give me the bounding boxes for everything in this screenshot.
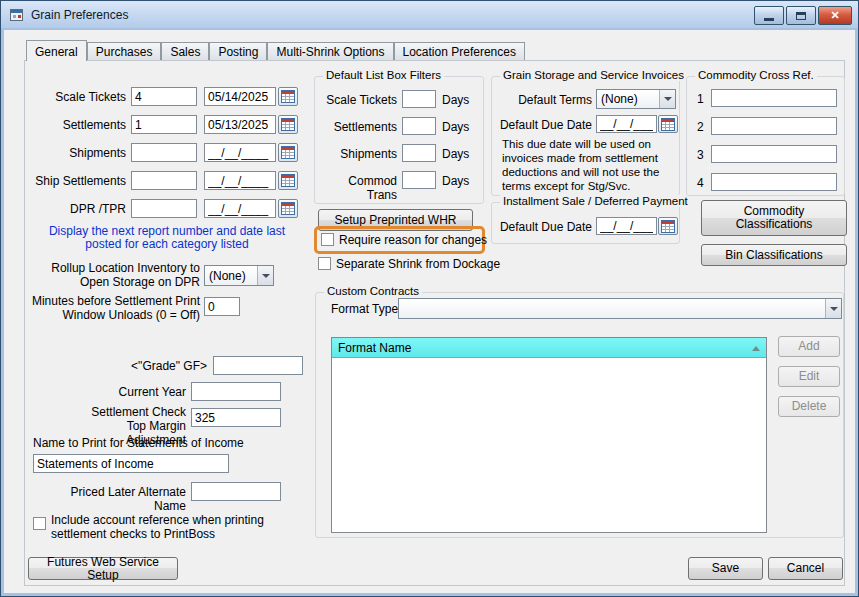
dpr-tpr-number-input[interactable] — [131, 199, 197, 218]
default-list-box-filters-title: Default List Box Filters — [323, 69, 444, 81]
printboss-checkbox-label: Include account reference when printing … — [51, 513, 289, 541]
report-number-info-link[interactable]: Display the next report number and date … — [34, 225, 300, 251]
grain-storage-invoices-title: Grain Storage and Service Invoices — [500, 69, 687, 81]
chevron-down-icon — [659, 90, 675, 108]
bin-classifications-button[interactable]: Bin Classifications — [701, 244, 847, 266]
save-button[interactable]: Save — [688, 557, 763, 580]
rollup-location-value: (None) — [205, 269, 257, 283]
format-name-column-header[interactable]: Format Name — [332, 338, 766, 358]
calendar-icon — [281, 90, 295, 103]
cross-ref-3-input[interactable] — [711, 145, 837, 163]
format-type-dropdown[interactable] — [398, 298, 842, 319]
settlements-number-input[interactable] — [131, 115, 197, 134]
filter-settlements-input[interactable] — [402, 117, 436, 135]
statements-of-income-input[interactable] — [33, 454, 229, 473]
cross-ref-3-label: 3 — [697, 148, 704, 162]
ship-settlements-number-input[interactable] — [131, 171, 197, 190]
grain-preferences-window: Grain Preferences ✕ General Purchases Sa… — [0, 0, 859, 597]
window-title: Grain Preferences — [31, 8, 128, 22]
settlement-check-margin-input[interactable] — [191, 408, 281, 427]
statements-of-income-label: Name to Print for Statements of Income — [33, 436, 293, 450]
dialog-body: General Purchases Sales Posting Multi-Sh… — [4, 30, 855, 593]
invoice-due-date-calendar-button[interactable] — [658, 115, 678, 133]
custom-contracts-title: Custom Contracts — [324, 285, 422, 297]
settlements-calendar-button[interactable] — [278, 115, 298, 134]
tab-general[interactable]: General — [26, 40, 87, 61]
grade-gf-input[interactable] — [213, 356, 303, 375]
calendar-icon — [281, 202, 295, 215]
minutes-before-print-input[interactable] — [204, 297, 240, 316]
tab-location-preferences[interactable]: Location Preferences — [394, 42, 525, 60]
filter-commod-trans-label: Commod Trans — [317, 174, 397, 202]
invoice-due-date-label: Default Due Date — [492, 118, 592, 132]
require-reason-checkbox[interactable] — [321, 233, 334, 246]
scale-tickets-number-input[interactable] — [131, 87, 197, 106]
add-button[interactable]: Add — [778, 336, 840, 357]
invoice-due-date-input[interactable] — [596, 115, 657, 133]
default-terms-value: (None) — [597, 92, 659, 106]
dpr-tpr-calendar-button[interactable] — [278, 199, 298, 218]
cross-ref-1-input[interactable] — [711, 89, 837, 107]
maximize-button[interactable] — [786, 6, 816, 25]
ship-settlements-calendar-button[interactable] — [278, 171, 298, 190]
installment-sale-group: Installment Sale / Deferred Payment Defa… — [491, 202, 680, 244]
dpr-tpr-date-input[interactable] — [204, 199, 276, 218]
filter-shipments-input[interactable] — [402, 144, 436, 162]
installment-due-date-label: Default Due Date — [492, 220, 592, 234]
filter-commod-trans-input[interactable] — [402, 171, 436, 189]
minutes-before-print-label: Minutes before Settlement Print Window U… — [22, 294, 200, 322]
default-terms-dropdown[interactable]: (None) — [596, 89, 676, 109]
calendar-icon — [661, 220, 675, 233]
window-controls: ✕ — [754, 6, 852, 25]
scale-tickets-calendar-button[interactable] — [278, 87, 298, 106]
shipments-calendar-button[interactable] — [278, 143, 298, 162]
filter-shipments-days-label: Days — [442, 147, 469, 161]
default-terms-label: Default Terms — [492, 93, 592, 107]
tab-multi-shrink-options[interactable]: Multi-Shrink Options — [267, 42, 393, 60]
grade-gf-label: <"Grade" GF> — [64, 359, 207, 373]
filter-commod-trans-days-label: Days — [442, 174, 469, 188]
shipments-number-input[interactable] — [131, 143, 197, 162]
filter-settlements-days-label: Days — [442, 120, 469, 134]
priced-later-label: Priced Later Alternate Name — [44, 485, 186, 513]
minimize-button[interactable] — [754, 6, 784, 25]
calendar-icon — [281, 118, 295, 131]
invoice-due-date-note: This due date will be used on invoices m… — [502, 137, 674, 193]
close-button[interactable]: ✕ — [818, 6, 852, 25]
commodity-classifications-button[interactable]: Commodity Classifications — [701, 200, 847, 236]
rollup-location-dropdown[interactable]: (None) — [204, 265, 274, 286]
tab-strip: General Purchases Sales Posting Multi-Sh… — [26, 40, 525, 61]
priced-later-input[interactable] — [191, 482, 281, 501]
ship-settlements-date-input[interactable] — [204, 171, 276, 190]
cross-ref-2-input[interactable] — [711, 117, 837, 135]
filter-shipments-label: Shipments — [317, 147, 397, 161]
installment-sale-title: Installment Sale / Deferred Payment — [500, 195, 691, 207]
printboss-checkbox[interactable] — [33, 517, 46, 530]
commodity-cross-ref-group: Commodity Cross Ref. 1 2 3 4 — [686, 76, 845, 196]
delete-button[interactable]: Delete — [778, 396, 840, 417]
shipments-date-input[interactable] — [204, 143, 276, 162]
installment-due-date-calendar-button[interactable] — [658, 217, 678, 235]
calendar-icon — [281, 174, 295, 187]
calendar-icon — [281, 146, 295, 159]
tab-purchases[interactable]: Purchases — [87, 42, 162, 60]
installment-due-date-input[interactable] — [596, 217, 657, 235]
grain-storage-invoices-group: Grain Storage and Service Invoices Defau… — [491, 76, 680, 196]
cancel-button[interactable]: Cancel — [768, 557, 843, 580]
tab-sales[interactable]: Sales — [161, 42, 209, 60]
scale-tickets-date-input[interactable] — [204, 87, 276, 106]
tab-posting[interactable]: Posting — [209, 42, 267, 60]
filter-scale-tickets-input[interactable] — [402, 90, 436, 108]
filter-scale-tickets-label: Scale Tickets — [317, 93, 397, 107]
futures-web-service-setup-button[interactable]: Futures Web Service Setup — [28, 557, 178, 580]
format-name-list[interactable]: Format Name — [331, 337, 767, 533]
settlements-date-input[interactable] — [204, 115, 276, 134]
format-type-label: Format Type — [331, 302, 398, 316]
cross-ref-4-input[interactable] — [711, 173, 837, 191]
rollup-location-label: Rollup Location Inventory to Open Storag… — [22, 261, 200, 289]
ship-settlements-label: Ship Settlements — [22, 174, 126, 188]
edit-button[interactable]: Edit — [778, 366, 840, 387]
calendar-icon — [661, 118, 675, 131]
current-year-input[interactable] — [191, 382, 281, 401]
separate-shrink-checkbox[interactable] — [318, 257, 331, 270]
